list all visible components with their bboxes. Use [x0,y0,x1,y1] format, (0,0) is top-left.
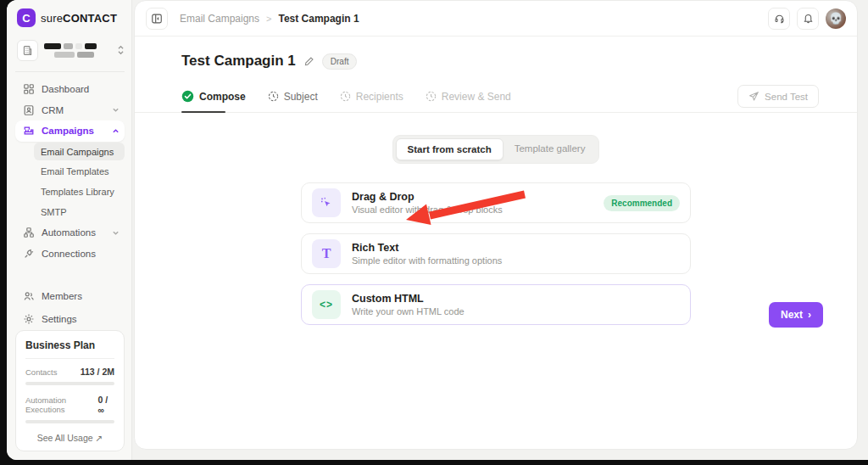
workspace-name-redacted [44,43,111,58]
workspace-icon [17,40,38,61]
custom-html-icon: <> [312,290,341,319]
drag-drop-icon [312,188,341,217]
clock-icon [340,91,351,102]
sidebar: C sureCONTACT Dashboard [7,0,132,460]
check-circle-icon [181,90,194,103]
active-tab-underline [181,111,225,113]
option-title: Custom HTML [352,293,465,305]
plan-divider [25,358,114,359]
sidebar-item-crm[interactable]: CRM [15,99,125,120]
breadcrumb-parent[interactable]: Email Campaigns [180,13,259,25]
sidebar-item-label: Automations [42,227,105,238]
brand-logo[interactable]: C sureCONTACT [15,8,125,27]
sidebar-item-dashboard[interactable]: Dashboard [15,79,125,100]
option-description: Write your own HTML code [352,306,465,317]
screenshot-stage: C sureCONTACT Dashboard [0,0,868,465]
sidebar-item-label: Members [42,291,120,301]
next-button[interactable]: Next › [769,302,823,328]
sidebar-item-label: CRM [42,105,105,115]
clock-icon [268,91,279,102]
support-button[interactable] [768,8,790,30]
sidebar-item-automations[interactable]: Automations [15,222,125,244]
plan-title: Business Plan [25,339,114,351]
sidebar-subitem-label: Email Templates [41,166,109,176]
usage-progressbar-contacts [25,382,114,385]
breadcrumb-current: Test Campagin 1 [278,13,359,25]
breadcrumb-separator: > [266,14,271,24]
main-area: Email Campaigns > Test Campagin 1 💀 [132,0,868,460]
usage-label: Automation Executions [25,395,98,414]
rich-text-icon: T [312,239,341,268]
title-row: Test Campagin 1 Draft [135,36,857,70]
campaigns-icon [22,125,35,137]
segment-start-from-scratch[interactable]: Start from scratch [396,138,504,160]
option-title: Drag & Drop [352,191,503,203]
clock-icon [426,91,437,102]
segmented-control: Start from scratch Template gallery [392,135,600,164]
option-rich-text[interactable]: T Rich Text Simple editor with formattin… [301,233,691,274]
tab-subject[interactable]: Subject [268,91,318,103]
recommended-badge: Recommended [604,195,680,211]
tab-label: Recipients [356,91,403,103]
brand-name: sureCONTACT [41,12,117,25]
segment-template-gallery[interactable]: Template gallery [504,138,597,160]
option-text: Custom HTML Write your own HTML code [352,293,465,317]
sidebar-item-label: Settings [42,314,120,324]
connections-icon [22,248,35,260]
top-bar: Email Campaigns > Test Campagin 1 💀 [135,1,857,36]
chevron-down-icon [112,229,120,237]
option-description: Simple editor with formatting options [352,255,502,266]
segmented-control-wrap: Start from scratch Template gallery [135,135,857,164]
sidebar-subitem-email-templates[interactable]: Email Templates [34,162,125,181]
collapse-sidebar-button[interactable] [146,8,168,30]
tab-compose[interactable]: Compose [181,90,246,103]
headset-icon [774,13,785,24]
dashboard-icon [22,83,35,95]
chevron-down-icon [112,106,120,114]
chevron-up-icon [112,127,120,135]
sidebar-item-members[interactable]: Members [15,284,125,307]
brand-name-bold: CONTACT [63,12,117,25]
sidebar-secondary-group: Members Settings [15,284,125,330]
page-title: Test Campagin 1 [181,53,296,70]
workspace-selector[interactable] [15,40,125,61]
tab-recipients[interactable]: Recipients [340,91,403,103]
sidebar-item-label: Connections [42,249,120,259]
sidebar-item-campaigns[interactable]: Campaigns [15,120,125,142]
gear-icon [22,313,35,325]
see-all-usage-link[interactable]: See All Usage ↗ [25,433,114,443]
editor-options: Drag & Drop Visual editor with drag & dr… [301,182,691,325]
option-description: Visual editor with drag & drop blocks [352,204,503,215]
workspace-switch-icon [117,43,125,59]
usage-row-contacts: Contacts 113 / 2M [25,367,114,377]
tab-label: Subject [284,91,318,103]
notifications-button[interactable] [797,8,819,30]
send-test-button[interactable]: Send Test [737,85,819,108]
option-custom-html[interactable]: <> Custom HTML Write your own HTML code [301,284,691,325]
option-title: Rich Text [352,242,502,254]
automations-icon [22,227,35,238]
sidebar-subitem-label: SMTP [41,207,67,217]
edit-title-icon[interactable] [303,56,314,67]
sidebar-subitem-label: Email Campaigns [41,147,114,157]
tab-label: Review & Send [442,91,511,103]
content-card: Email Campaigns > Test Campagin 1 💀 [134,0,858,450]
sidebar-item-settings[interactable]: Settings [15,307,125,330]
breadcrumb: Email Campaigns > Test Campagin 1 [180,13,359,25]
plan-usage-card: Business Plan Contacts 113 / 2M Automati… [15,330,125,451]
avatar-emoji: 💀 [829,12,843,25]
bell-icon [803,13,814,24]
sidebar-subitem-email-campaigns[interactable]: Email Campaigns [34,143,125,161]
avatar[interactable]: 💀 [826,8,846,29]
sidebar-item-connections[interactable]: Connections [15,243,125,264]
tab-review-send[interactable]: Review & Send [426,91,511,103]
next-button-label: Next [781,309,803,321]
status-badge: Draft [322,53,358,70]
sidebar-subitem-templates-library[interactable]: Templates Library [34,182,125,201]
usage-value: 113 / 2M [81,367,114,377]
option-drag-and-drop[interactable]: Drag & Drop Visual editor with drag & dr… [301,182,691,223]
usage-row-automation-executions: Automation Executions 0 / ∞ [25,395,114,415]
sidebar-subitem-label: Templates Library [41,187,114,197]
usage-value: 0 / ∞ [98,395,114,415]
sidebar-subitem-smtp[interactable]: SMTP [34,203,125,221]
